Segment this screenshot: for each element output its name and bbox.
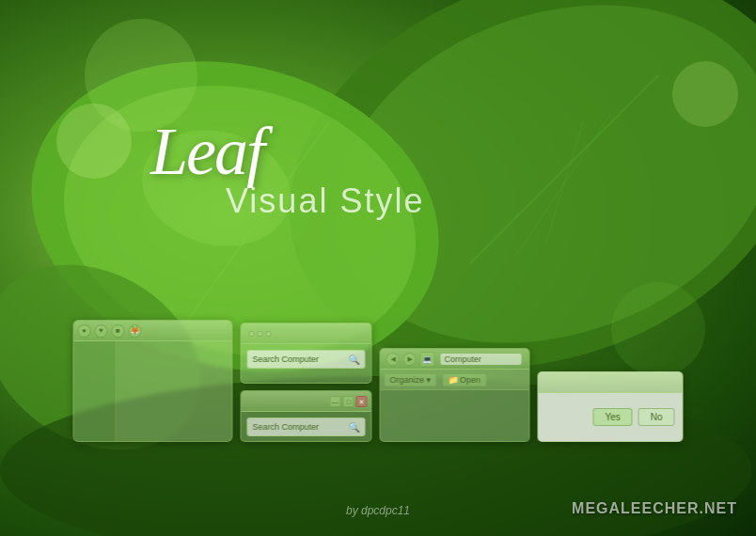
background (0, 0, 756, 536)
win4-content (381, 390, 529, 441)
organize-button[interactable]: Organize ▾ (385, 373, 437, 386)
dialog-window: Yes No (538, 371, 684, 442)
open-button[interactable]: 📁 Open (442, 373, 486, 386)
main-showcase: ● ♥ ■ 🦊 (73, 320, 684, 442)
search-icon-bottom: 🔍 (349, 422, 360, 433)
win1-icon-btn[interactable]: ● (78, 324, 91, 338)
dot3 (266, 331, 272, 337)
search-text-top: Search Computer (253, 355, 349, 364)
search-window-bottom: — □ ✕ Search Computer 🔍 (241, 390, 372, 442)
win2-titlebar (242, 323, 371, 344)
win1-icon-btn3[interactable]: ■ (112, 324, 125, 338)
address-bar[interactable]: Computer (441, 354, 522, 365)
win4-titlebar: ◀ ▶ 💻 Computer (381, 349, 529, 370)
no-button[interactable]: No (638, 408, 675, 426)
back-button[interactable]: ◀ (386, 353, 400, 366)
search-bar-top[interactable]: Search Computer 🔍 (247, 350, 366, 369)
open-label: Open (460, 375, 480, 385)
win1-body (74, 341, 232, 441)
explorer-sidebar-window: ● ♥ ■ 🦊 (73, 320, 233, 442)
search-text-bottom: Search Computer (253, 422, 349, 432)
search-icon-top: 🔍 (349, 355, 360, 365)
close-btn[interactable]: ✕ (356, 396, 368, 407)
dot2 (258, 331, 263, 337)
computer-explorer-window: ◀ ▶ 💻 Computer Organize ▾ 📁 Open (380, 348, 530, 442)
win1-icon-btn2[interactable]: ♥ (95, 324, 108, 338)
win5-body: Yes No (539, 393, 683, 441)
minimize-btn[interactable]: — (330, 396, 341, 407)
win3-titlebar: — □ ✕ (242, 391, 371, 412)
maximize-btn[interactable]: □ (343, 396, 354, 407)
watermark: MEGALEECHER.NET (572, 500, 737, 517)
author-credit: by dpcdpc11 (346, 504, 410, 517)
dialog-buttons: Yes No (592, 408, 674, 426)
open-folder-icon: 📁 (448, 375, 458, 385)
win4-toolbar: Organize ▾ 📁 Open (381, 370, 529, 390)
win5-titlebar (539, 372, 683, 393)
showcase-wrapper: ● ♥ ■ 🦊 (73, 320, 684, 442)
inner-win-row: Search Computer 🔍 — □ ✕ Search Computer … (241, 323, 372, 442)
dot1 (249, 331, 255, 337)
win1-titlebar: ● ♥ ■ 🦊 (74, 321, 232, 341)
search-window-top: Search Computer 🔍 (241, 323, 372, 384)
search-bar-bottom[interactable]: Search Computer 🔍 (247, 418, 366, 436)
win1-sidebar (74, 341, 117, 441)
organize-chevron: ▾ (426, 375, 431, 385)
organize-label: Organize (390, 375, 425, 385)
win1-content (117, 341, 232, 441)
yes-button[interactable]: Yes (592, 408, 632, 426)
forward-button[interactable]: ▶ (403, 353, 417, 366)
win1-firefox-btn[interactable]: 🦊 (129, 324, 142, 338)
drive-icon: 💻 (420, 352, 435, 367)
win2-dots (249, 331, 272, 337)
